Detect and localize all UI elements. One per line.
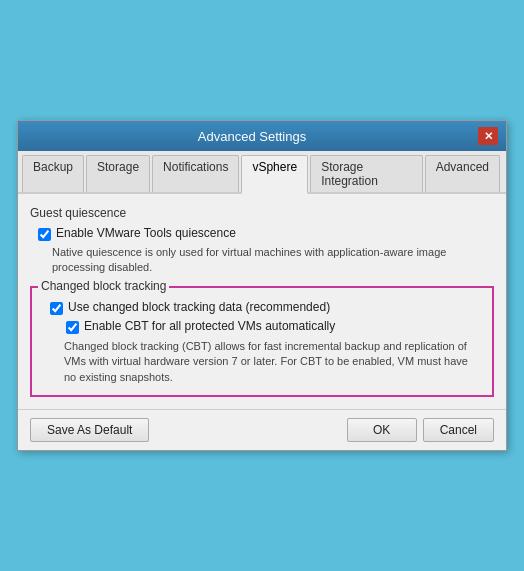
window-title: Advanced Settings [26,129,478,144]
tab-notifications[interactable]: Notifications [152,155,239,192]
use-cbt-label[interactable]: Use changed block tracking data (recomme… [68,300,330,314]
enable-cbt-checkbox[interactable] [66,321,79,334]
tab-bar: Backup Storage Notifications vSphere Sto… [18,151,506,194]
save-as-default-button[interactable]: Save As Default [30,418,149,442]
tab-content: Guest quiescence Enable VMware Tools qui… [18,194,506,409]
use-cbt-row: Use changed block tracking data (recomme… [50,300,482,315]
tab-advanced[interactable]: Advanced [425,155,500,192]
enable-cbt-label[interactable]: Enable CBT for all protected VMs automat… [84,319,335,333]
use-cbt-checkbox[interactable] [50,302,63,315]
tab-storage-integration[interactable]: Storage Integration [310,155,422,192]
footer-right-buttons: OK Cancel [347,418,494,442]
enable-vmware-tools-checkbox[interactable] [38,228,51,241]
cbt-group-title: Changed block tracking [38,279,169,293]
ok-button[interactable]: OK [347,418,417,442]
footer: Save As Default OK Cancel [18,409,506,450]
tab-backup[interactable]: Backup [22,155,84,192]
enable-vmware-tools-label[interactable]: Enable VMware Tools quiescence [56,226,236,240]
enable-cbt-row: Enable CBT for all protected VMs automat… [66,319,482,334]
guest-quiesce-description: Native quiescence is only used for virtu… [52,245,494,276]
title-bar: Advanced Settings ✕ [18,121,506,151]
cancel-button[interactable]: Cancel [423,418,494,442]
cbt-description: Changed block tracking (CBT) allows for … [64,339,482,385]
enable-vmware-tools-row: Enable VMware Tools quiescence [38,226,494,241]
tab-storage[interactable]: Storage [86,155,150,192]
tab-vsphere[interactable]: vSphere [241,155,308,194]
guest-quiesce-title: Guest quiescence [30,206,494,220]
guest-quiesce-section: Guest quiescence Enable VMware Tools qui… [30,206,494,276]
advanced-settings-window: Advanced Settings ✕ Backup Storage Notif… [17,120,507,451]
cbt-group-box: Changed block tracking Use changed block… [30,286,494,397]
close-button[interactable]: ✕ [478,127,498,145]
